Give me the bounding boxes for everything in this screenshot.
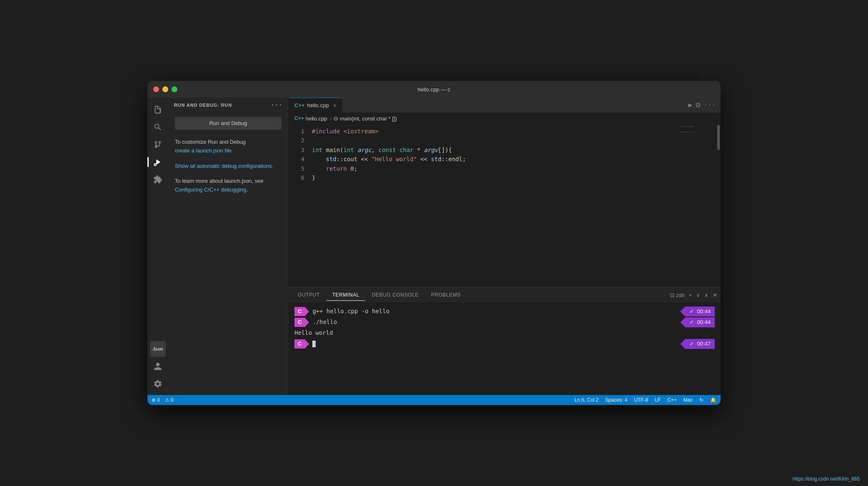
problems-tab[interactable]: PROBLEMS [425, 290, 467, 300]
json-icon[interactable]: Json [150, 341, 166, 357]
terminal-badge-1: C [294, 307, 309, 316]
code-line-2 [312, 136, 679, 145]
sidebar-more-icon[interactable]: ··· [270, 101, 282, 109]
code-line-1: #include <iostream> [312, 127, 679, 136]
time-badge-3: ✓ 00:47 [685, 339, 715, 349]
tab-actions: ▶ ⧉ ··· [689, 101, 721, 109]
sync-icon[interactable]: ↻ [699, 397, 704, 403]
code-line-4: std::cout << "Hello world" << std::endl; [312, 155, 679, 164]
time-badge-inner-1: ✓ 00:44 [685, 307, 715, 317]
terminal-content[interactable]: C g++ hello.cpp -o hello ✓ 00:44 C [289, 302, 721, 395]
terminal-line-2: C ./hello ✓ 00:44 [294, 317, 715, 327]
terminal-line-1: C g++ hello.cpp -o hello ✓ 00:44 [294, 307, 715, 317]
time-badge-1: ✓ 00:44 [685, 307, 715, 317]
code-editor[interactable]: 1 2 3 4 5 6 #include <iostream> int main… [289, 124, 721, 287]
line-ending[interactable]: LF [655, 397, 661, 403]
vertical-scrollbar[interactable] [716, 124, 721, 287]
traffic-lights [153, 86, 177, 92]
status-bar: ⊗ 0 ⚠ 0 Ln 6, Col 2 Spaces: 4 UTF-8 LF C… [147, 395, 721, 405]
create-launch-json-link[interactable]: create a launch.json file. [175, 147, 233, 154]
close-button[interactable] [153, 86, 159, 92]
source-control-icon[interactable] [150, 137, 166, 152]
more-actions-icon[interactable]: ··· [704, 101, 716, 109]
sidebar-para3-text: To learn more about launch.json, see [175, 178, 263, 184]
encoding[interactable]: UTF-8 [634, 397, 648, 403]
ln-col[interactable]: Ln 6, Col 2 [574, 397, 598, 403]
scrollbar-thumb[interactable] [717, 125, 720, 150]
terminal-line-3: Hello world [294, 328, 715, 338]
time-badge-inner-3: ✓ 00:47 [685, 339, 715, 349]
line-numbers: 1 2 3 4 5 6 [289, 124, 308, 287]
url-text: https://blog.csdn.net/Kirin_865 [793, 476, 860, 482]
sidebar: RUN AND DEBUG: RUN ··· Run and Debug To … [168, 98, 289, 395]
hello-cpp-tab[interactable]: C++ hello.cpp × [289, 98, 343, 113]
breadcrumb-context[interactable]: main(int, const char * []) [340, 115, 397, 122]
time-badge-2: ✓ 00:44 [685, 317, 715, 327]
panel-chevron-down[interactable]: ∨ [696, 292, 700, 298]
main-layout: Json RUN AND DEBUG: RUN ··· Run and Debu… [147, 98, 721, 395]
editor-area: C++ hello.cpp × ▶ ⧉ ··· C++ hello.cpp > … [289, 98, 721, 395]
terminal-tab[interactable]: TERMINAL [326, 290, 365, 301]
search-icon[interactable] [150, 119, 166, 135]
run-icon[interactable]: ▶ [689, 101, 693, 109]
breadcrumb-sep1: > [329, 115, 332, 122]
sidebar-para1-text: To customize Run and Debug [175, 139, 246, 145]
titlebar: hello.cpp — c [147, 81, 721, 98]
terminal-badge-2: C [294, 318, 309, 327]
new-terminal-button[interactable]: + [689, 292, 692, 298]
breadcrumb-cpp-icon: C++ [294, 115, 304, 121]
debug-console-tab[interactable]: DEBUG CONSOLE [366, 290, 424, 300]
activity-bar-bottom: Json [150, 341, 166, 395]
window-title: hello.cpp — c [418, 86, 451, 93]
split-editor-icon[interactable]: ⧉ [696, 101, 700, 109]
terminal-command-2: ./hello [312, 317, 337, 327]
language[interactable]: C++ [667, 397, 677, 403]
time-badge-inner-2: ✓ 00:44 [685, 317, 715, 327]
error-count[interactable]: ⊗ 0 [152, 397, 160, 403]
url-bar: https://blog.csdn.net/Kirin_865 [793, 476, 860, 482]
run-debug-button[interactable]: Run and Debug [175, 117, 282, 130]
terminal-shell: ⊡ zsh [670, 292, 684, 298]
os[interactable]: Mac [683, 397, 693, 403]
sidebar-para2: Show all automatic debug configurations. [175, 162, 282, 171]
sidebar-header: RUN AND DEBUG: RUN ··· [168, 98, 288, 113]
terminal-badge-3: C [294, 339, 309, 349]
sidebar-title: RUN AND DEBUG: RUN [174, 103, 232, 108]
status-bar-right: Ln 6, Col 2 Spaces: 4 UTF-8 LF C++ Mac ↻… [574, 397, 716, 403]
configuring-cpp-link[interactable]: Configuring C/C++ debugging [175, 187, 246, 193]
bell-icon[interactable]: 🔔 [710, 397, 716, 403]
breadcrumb-context-icon: ⊙ [333, 115, 338, 122]
settings-icon[interactable] [150, 376, 166, 392]
maximize-button[interactable] [172, 86, 177, 92]
code-line-6: } [312, 173, 679, 182]
warning-count[interactable]: ⚠ 0 [165, 397, 174, 403]
terminal-cursor [312, 341, 316, 347]
output-tab[interactable]: OUTPUT [292, 290, 326, 300]
extensions-icon[interactable] [150, 172, 166, 187]
explorer-icon[interactable] [150, 102, 166, 118]
code-content[interactable]: #include <iostream> int main(int argc, c… [308, 124, 679, 287]
terminal-command-1: g++ hello.cpp -o hello [312, 307, 389, 317]
show-debug-configs-link[interactable]: Show all automatic debug configurations. [175, 163, 273, 169]
code-line-3: int main(int argc, const char * argv[]){ [312, 145, 679, 155]
sidebar-para1: To customize Run and Debug create a laun… [175, 138, 282, 155]
spaces[interactable]: Spaces: 4 [605, 397, 627, 403]
code-line-5: return 0; [312, 164, 679, 173]
account-icon[interactable] [150, 358, 166, 374]
minimize-button[interactable] [162, 86, 168, 92]
plus-icon[interactable]: + [689, 292, 692, 298]
breadcrumb: C++ hello.cpp > ⊙ main(int, const char *… [289, 113, 721, 124]
sidebar-para3: To learn more about launch.json, see Con… [175, 177, 282, 194]
panel-chevron-up[interactable]: ∧ [704, 292, 709, 298]
tab-filename: hello.cpp [307, 102, 329, 108]
tab-close-button[interactable]: × [333, 102, 336, 109]
breadcrumb-file[interactable]: hello.cpp [306, 115, 327, 122]
terminal-label: zsh [676, 292, 684, 298]
panel-close-button[interactable]: ✕ [713, 292, 717, 298]
terminal-icon: ⊡ [670, 292, 674, 298]
run-debug-icon[interactable] [150, 154, 166, 170]
terminal-line-4: C ✓ 00:47 [294, 339, 715, 349]
terminal-output: Hello world [294, 328, 333, 338]
sidebar-para3-end: . [246, 187, 248, 193]
sidebar-content: Run and Debug To customize Run and Debug… [168, 113, 288, 395]
